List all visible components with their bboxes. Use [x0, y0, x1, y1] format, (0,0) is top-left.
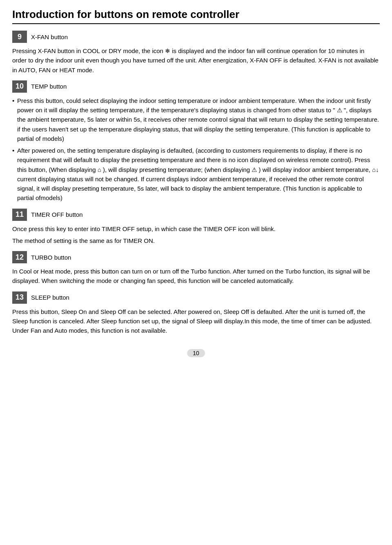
- section-title-12: TURBO button: [31, 254, 71, 261]
- section-header-9: 9X-FAN button: [12, 31, 380, 43]
- section-13: 13SLEEP buttonPress this button, Sleep O…: [12, 291, 380, 336]
- section-header-10: 10TEMP button: [12, 80, 380, 93]
- section-title-9: X-FAN button: [31, 33, 68, 40]
- section-body-12: In Cool or Heat mode, press this button …: [12, 267, 380, 286]
- section-number-9: 9: [12, 31, 27, 43]
- section-body-9: Pressing X-FAN button in COOL or DRY mod…: [12, 46, 380, 75]
- section-number-10: 10: [12, 80, 27, 93]
- section-number-13: 13: [12, 291, 27, 304]
- section-title-11: TIMER OFF button: [31, 211, 83, 218]
- section-header-13: 13SLEEP button: [12, 291, 380, 304]
- section-number-11: 11: [12, 209, 27, 221]
- section-title-10: TEMP button: [31, 83, 67, 90]
- section-number-12: 12: [12, 251, 27, 263]
- bullet-item: After powered on, the setting temperatur…: [12, 146, 380, 203]
- paragraph: Pressing X-FAN button in COOL or DRY mod…: [12, 46, 380, 75]
- paragraph: Press this button, Sleep On and Sleep Of…: [12, 307, 380, 336]
- section-body-11: Once press this key to enter into TIMER …: [12, 224, 380, 246]
- section-body-13: Press this button, Sleep On and Sleep Of…: [12, 307, 380, 336]
- page-title: Introduction for buttons on remote contr…: [12, 8, 380, 24]
- paragraph: The method of setting is the same as for…: [12, 236, 380, 245]
- paragraph: In Cool or Heat mode, press this button …: [12, 267, 380, 286]
- section-body-10: Press this button, could select displayi…: [12, 96, 380, 203]
- section-9: 9X-FAN buttonPressing X-FAN button in CO…: [12, 31, 380, 75]
- section-10: 10TEMP buttonPress this button, could se…: [12, 80, 380, 203]
- page-number: 10: [12, 341, 380, 357]
- section-header-12: 12TURBO button: [12, 251, 380, 263]
- paragraph: Once press this key to enter into TIMER …: [12, 224, 380, 234]
- bullet-item: Press this button, could select displayi…: [12, 96, 380, 143]
- section-header-11: 11TIMER OFF button: [12, 209, 380, 221]
- section-title-13: SLEEP button: [31, 294, 69, 301]
- section-12: 12TURBO buttonIn Cool or Heat mode, pres…: [12, 251, 380, 286]
- section-11: 11TIMER OFF buttonOnce press this key to…: [12, 209, 380, 246]
